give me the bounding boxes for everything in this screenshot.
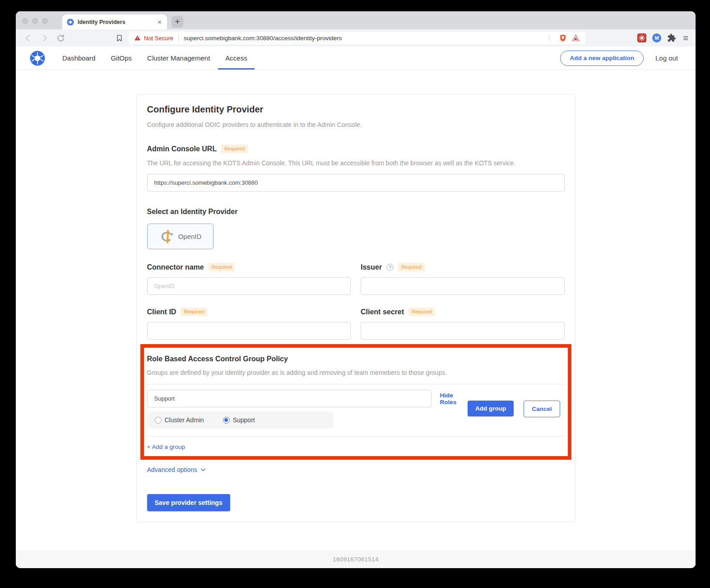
new-tab-button[interactable]: + [172,16,183,28]
tab-bar: Identity Providers × + [16,11,696,29]
openid-logo-icon [159,229,175,244]
tab-title: Identity Providers [78,19,157,25]
kubernetes-logo-icon[interactable] [29,50,46,66]
radio-selected-icon[interactable] [223,417,230,424]
window-zoom-button[interactable] [42,18,48,24]
divider [147,436,565,437]
select-identity-provider-label: Select an Identity Provider [147,208,565,216]
forward-icon[interactable] [40,34,49,42]
role-options-box: Cluster Admin Support [147,411,333,429]
issuer-help-icon[interactable]: ? [386,264,394,271]
group-name-input[interactable] [147,390,432,407]
footer-timestamp: 1609167061514 [333,556,379,563]
client-id-input[interactable] [147,322,351,340]
nav-item-cluster-management[interactable]: Cluster Management [147,47,210,70]
bat-rewards-icon[interactable] [571,34,580,42]
rbac-subtitle: Groups are defined by your identity prov… [147,369,565,377]
browser-toolbar: Not Secure superci.somebigbank.com:30880… [16,29,696,47]
reload-icon[interactable] [56,34,65,42]
url-divider-right [549,34,549,42]
admin-console-url-label: Admin Console URL [147,145,217,153]
browser-window: Identity Providers × + Not Secure s [16,11,696,568]
page-content: Configure Identity Provider Configure ad… [16,70,696,550]
nav-item-dashboard[interactable]: Dashboard [62,47,95,70]
connector-name-input[interactable] [147,277,351,295]
add-a-group-link[interactable]: + Add a group [147,443,185,450]
connector-name-label: Connector name [147,263,204,271]
extensions-puzzle-icon[interactable] [667,33,676,42]
address-bar[interactable]: Not Secure superci.somebigbank.com:30880… [129,32,585,44]
url-text: superci.somebigbank.com:30880/access/ide… [184,35,544,42]
page-title: Configure Identity Provider [147,104,565,115]
add-new-application-button[interactable]: Add a new application [560,51,644,66]
chevron-down-icon [200,467,206,473]
advanced-options-toggle[interactable]: Advanced options [147,466,565,473]
browser-tab[interactable]: Identity Providers × [62,14,167,29]
cancel-button[interactable]: Cancel [524,401,560,417]
profile-avatar[interactable]: M [652,33,661,42]
role-option-support[interactable]: Support [223,416,255,424]
role-label: Cluster Admin [165,416,204,424]
window-close-button[interactable] [22,18,28,24]
not-secure-warning-icon [134,35,141,41]
nav-item-gitops[interactable]: GitOps [111,47,132,70]
rbac-group-policy-section-highlighted: Role Based Access Control Group Policy G… [140,344,571,460]
openid-label: OpenID [178,233,202,240]
role-option-cluster-admin[interactable]: Cluster Admin [155,416,204,424]
back-icon[interactable] [24,34,32,42]
hide-roles-link[interactable]: Hide Roles [440,392,468,406]
admin-console-url-input[interactable] [147,174,565,191]
required-badge: Required [398,263,425,271]
issuer-input[interactable] [361,277,565,295]
app-navigation-bar: Dashboard GitOps Cluster Management Acce… [16,47,696,70]
client-secret-label: Client secret [361,308,404,316]
advanced-options-label: Advanced options [147,466,197,473]
not-secure-label: Not Secure [144,35,173,42]
window-controls [22,18,48,24]
logout-link[interactable]: Log out [655,54,678,62]
divider [147,384,565,384]
required-badge: Required [209,263,235,271]
brave-shield-icon[interactable] [559,34,567,42]
extension-red-icon[interactable] [637,33,646,42]
openid-provider-tile[interactable]: OpenID [147,224,213,249]
nav-item-access[interactable]: Access [225,47,247,70]
tab-close-icon[interactable]: × [157,18,162,26]
nav-items: Dashboard GitOps Cluster Management Acce… [62,47,263,70]
radio-unselected-icon[interactable] [155,417,162,424]
required-badge: Required [181,308,207,316]
url-divider [178,34,179,42]
extension-area: M ≡ [637,33,688,42]
window-minimize-button[interactable] [32,18,38,24]
rbac-title: Role Based Access Control Group Policy [147,355,565,363]
admin-console-url-help: The URL for accessing the KOTS Admin Con… [147,159,565,168]
configure-identity-provider-card: Configure Identity Provider Configure ad… [136,94,575,522]
role-label: Support [233,416,255,424]
add-group-button[interactable]: Add group [468,401,514,416]
save-provider-settings-button[interactable]: Save provider settings [147,494,230,511]
page-subtitle: Configure additional ODIC providers to a… [147,121,565,129]
issuer-label: Issuer [361,263,382,271]
kubernetes-favicon-icon [67,19,74,26]
required-badge: Required [408,308,435,316]
browser-menu-icon[interactable]: ≡ [683,33,688,42]
bookmark-icon[interactable] [116,34,123,42]
client-secret-input[interactable] [361,322,565,340]
client-id-label: Client ID [147,308,176,316]
required-badge: Required [221,145,248,153]
page-footer: 1609167061514 [16,550,696,568]
